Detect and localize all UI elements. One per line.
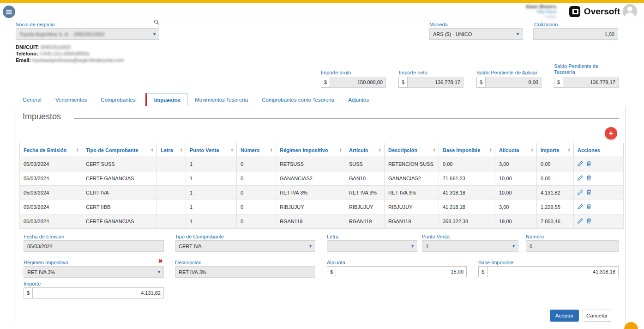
chevron-down-icon: ▾ (512, 244, 515, 249)
sort-icon[interactable]: ▲▼ (231, 147, 234, 152)
cell-articulo: RIBJUJUY (345, 200, 385, 214)
tab-comprobantes-como-tesoreria[interactable]: Comprobantes como Tesoreria (255, 93, 341, 106)
importe-input[interactable] (33, 288, 163, 298)
form-alicuota-label: Alícuota (327, 260, 345, 265)
regimen-impositivo-select[interactable]: RET IVA 3% ▾ (24, 266, 164, 278)
cell-regimen: RETSUSS (276, 157, 345, 171)
delete-icon[interactable] (586, 161, 591, 167)
sort-icon[interactable]: ▲▼ (151, 147, 154, 152)
form-punto-label: Punto Venta (422, 234, 450, 239)
table-row[interactable]: 05/03/2024 CERT IIBB 1 0 RIBJUJUY RIBJUJ… (20, 200, 624, 214)
tab-movimientos-tesoreria[interactable]: Movimientos Tesoreria (188, 93, 255, 106)
partner-select[interactable]: Toyota Argentina S. A. - 30502611832 ▾ (16, 28, 159, 40)
base-imponible-input[interactable] (488, 267, 618, 277)
edit-icon[interactable] (578, 218, 583, 225)
tipo-comprobante-select[interactable]: CERT IVA ▾ (175, 240, 315, 252)
brand-name: Oversoft (584, 6, 620, 17)
cell-alicuota: 10,00 (495, 171, 537, 186)
currency-symbol: $ (554, 77, 563, 88)
descripcion-field (175, 266, 315, 278)
delete-icon[interactable] (586, 189, 591, 196)
phone-value: (+54) (11)-(68418555) (40, 51, 90, 56)
cell-descripcion: RGAN119 (385, 214, 439, 229)
sort-icon[interactable]: ▲▼ (339, 147, 342, 152)
cell-punto-venta: 1 (186, 157, 237, 171)
form-tipo-label: Tipo de Comprobante (175, 234, 224, 239)
column-regimen-impositivo[interactable]: ▲▼Régimen Impositivo (276, 143, 345, 157)
tab-comprobantes[interactable]: Comprobantes (94, 93, 142, 106)
user-avatar-icon[interactable] (623, 4, 637, 18)
edit-icon[interactable] (578, 204, 583, 210)
table-row[interactable]: 05/03/2024 CERTF GANANCIAS 1 0 RGAN119 R… (20, 214, 624, 229)
edit-icon[interactable] (578, 161, 583, 167)
fecha-emision-input[interactable] (27, 241, 160, 251)
cell-letra (157, 157, 186, 171)
alicuota-input[interactable] (336, 267, 466, 277)
pending-treasury-field: $ 136.778,17 (554, 77, 619, 88)
column-alicuota[interactable]: ▲▼Alícuota (495, 143, 537, 157)
sort-icon[interactable]: ▲▼ (180, 147, 183, 152)
cancel-button[interactable]: Cancelar (583, 310, 611, 322)
edit-icon[interactable] (578, 175, 583, 182)
sort-icon[interactable]: ▲▼ (76, 147, 79, 152)
accept-button[interactable]: Aceptar (550, 310, 579, 322)
gross-amount-value: 150.000,00 (330, 77, 386, 88)
currency-symbol: $ (327, 266, 336, 277)
tab-bar: General Vencimientos Comprobantes Impues… (16, 93, 626, 106)
sort-icon[interactable]: ▲▼ (568, 147, 571, 152)
table-row[interactable]: 05/03/2024 CERT SUSS 1 0 RETSUSS SUSS RE… (20, 157, 624, 171)
form-base-label: Base Imponible (478, 260, 513, 265)
clear-regimen-icon[interactable]: ✖ (158, 258, 163, 264)
column-tipo-comprobante[interactable]: ▲▼Tipo de Comprobante (82, 143, 157, 157)
sort-icon[interactable]: ▲▼ (531, 147, 534, 152)
table-row[interactable]: 05/03/2024 CERT IVA 1 0 RET IVA 3% RET I… (20, 186, 624, 200)
column-importe[interactable]: ▲▼Importe (537, 143, 574, 157)
tab-vencimientos[interactable]: Vencimientos (48, 93, 94, 106)
delete-icon[interactable] (586, 218, 591, 225)
user-subtitle: Villa Nora (525, 9, 556, 14)
sort-icon[interactable]: ▲▼ (270, 147, 273, 152)
column-letra[interactable]: ▲▼Letra (157, 143, 186, 157)
cell-acciones (574, 186, 624, 200)
table-row[interactable]: 05/03/2024 CERTF GANANCIAS 1 0 GANANCIAS… (20, 171, 624, 186)
delete-icon[interactable] (586, 175, 591, 182)
delete-icon[interactable] (586, 204, 591, 210)
punto-venta-select[interactable]: 1 ▾ (422, 240, 518, 252)
column-punto-venta[interactable]: ▲▼Punto Venta (186, 143, 237, 157)
currency-symbol: $ (398, 77, 408, 88)
add-tax-button[interactable]: + (605, 127, 617, 140)
exchange-rate-input[interactable] (537, 29, 614, 39)
edit-icon[interactable] (578, 189, 583, 196)
sort-icon[interactable]: ▲▼ (379, 147, 381, 152)
form-letra-label: Letra (327, 234, 338, 239)
tipo-comprobante-value: CERT IVA (179, 244, 202, 249)
sort-icon[interactable]: ▲▼ (433, 147, 436, 152)
brand-logo: Oversoft (569, 6, 620, 17)
currency-symbol: $ (478, 266, 488, 277)
column-articulo[interactable]: ▲▼Artículo (345, 143, 385, 157)
user-status: Activo (525, 14, 556, 19)
floating-action-button[interactable] (624, 322, 638, 329)
cell-numero: 0 (237, 157, 276, 171)
column-descripcion[interactable]: ▲▼Descripción (385, 143, 439, 157)
numero-input[interactable] (530, 241, 615, 251)
partner-label: Socio de negocio (16, 22, 54, 27)
cell-tipo: CERTF GANANCIAS (82, 171, 157, 186)
tab-adjuntos[interactable]: Adjuntos (341, 93, 376, 106)
column-numero[interactable]: ▲▼Número (237, 143, 276, 157)
column-base-imponible[interactable]: ▲▼Base Imponible (439, 143, 495, 157)
regimen-value: RET IVA 3% (27, 269, 55, 275)
tab-general[interactable]: General (16, 93, 48, 106)
taxes-table: ▲▼Fecha de Emisión ▲▼Tipo de Comprobante… (19, 143, 624, 229)
tab-impuestos[interactable]: Impuestos (147, 93, 188, 106)
column-fecha-emision[interactable]: ▲▼Fecha de Emisión (20, 143, 82, 157)
currency-select[interactable]: ARS ($) - UNICO ▾ (429, 28, 523, 40)
cell-numero: 0 (237, 214, 276, 229)
sort-icon[interactable]: ▲▼ (489, 147, 492, 152)
letra-select[interactable]: ▾ (327, 240, 417, 252)
search-icon[interactable] (154, 19, 159, 25)
menu-button[interactable] (3, 6, 15, 18)
cell-articulo: SUSS (345, 157, 385, 171)
phone-label: Teléfono: (16, 51, 38, 56)
punto-venta-value: 1 (426, 244, 428, 249)
